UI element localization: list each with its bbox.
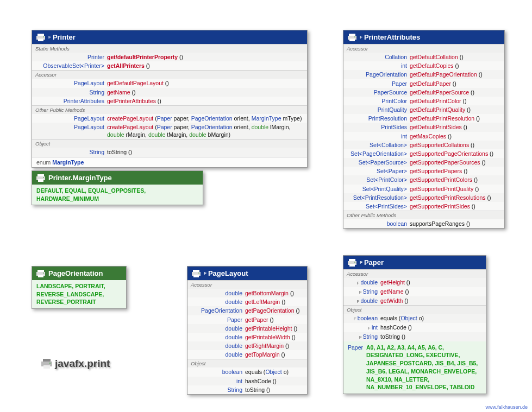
method-signature: getPrintableWidth (): [245, 333, 296, 341]
svg-point-11: [354, 36, 355, 37]
paper-header: F Paper: [343, 256, 486, 269]
return-type: PrintQuality: [347, 106, 410, 113]
printerattributes-header: F PrinterAttributes: [343, 30, 504, 44]
method-row: intgetMaxCopies (): [343, 132, 504, 141]
svg-rect-16: [193, 270, 199, 272]
return-type: PageLayout: [35, 115, 107, 122]
printer-icon: [36, 34, 45, 41]
method-signature: getDefaultPaper (): [410, 80, 456, 87]
margintype-header: Printer.MarginType: [32, 171, 203, 185]
method-signature: hashCode (): [380, 324, 412, 332]
return-type: PageOrientation: [347, 71, 410, 78]
section-label: Object: [32, 139, 307, 148]
method-signature: getDefaultCopies (): [410, 62, 459, 69]
method-row: doublegetTopMargin (): [187, 350, 307, 359]
method-row: intgetDefaultCopies (): [343, 61, 504, 70]
method-signature: getDefaultPaperSource (): [410, 88, 474, 96]
paper-constants-row: Paper A0, A1, A2, A3, A4, A5, A6, C, DES…: [343, 341, 486, 394]
svg-rect-20: [349, 259, 355, 261]
svg-rect-0: [37, 34, 44, 36]
svg-rect-4: [37, 174, 44, 176]
return-type: PrintColor: [347, 97, 410, 105]
section-label: Object: [343, 305, 486, 314]
method-signature: createPageLayout (Paper paper, PageOrien…: [107, 115, 302, 122]
section-label: Object: [187, 359, 307, 367]
package-label: javafx.print: [41, 358, 110, 370]
svg-rect-8: [349, 34, 355, 36]
section-label: Accessor: [187, 280, 307, 289]
return-type: FString: [347, 333, 380, 341]
svg-rect-24: [43, 359, 51, 362]
method-row: doublegetPrintableHeight (): [187, 324, 307, 333]
method-row: Set<PaperSource>getSupportedPaperSources…: [343, 158, 504, 167]
method-row: FStringgetName (): [343, 287, 486, 296]
svg-rect-10: [349, 39, 355, 41]
method-signature: getSupportedPrintQuality (): [410, 185, 479, 193]
return-type: double: [191, 289, 245, 297]
method-signature: getSupportedPapers (): [410, 167, 467, 175]
printer-icon: [41, 359, 52, 369]
pagelayout-body: AccessordoublegetBottomMargin ()doublege…: [187, 280, 307, 394]
method-row: PrintColorgetDefaultPrintColor (): [343, 97, 504, 105]
method-signature: getSupportedPrintResolutions (): [410, 194, 491, 201]
method-row: Set<PrintResolution>getSupportedPrintRes…: [343, 193, 504, 202]
method-signature: getDefaultPageOrientation (): [410, 71, 483, 78]
method-signature: getPrinterAttributes (): [107, 97, 161, 105]
section-label: Accessor: [343, 44, 504, 53]
svg-rect-6: [38, 179, 43, 182]
svg-rect-22: [349, 264, 355, 267]
return-type: ObservableSet<Printer>: [35, 62, 107, 69]
method-row: Set<Collation>getSupportedCollations (): [343, 141, 504, 149]
method-signature: getSupportedPageOrientations (): [410, 150, 493, 157]
method-row: PageOrientationgetPageOrientation (): [187, 306, 307, 315]
method-signature: toString (): [245, 386, 270, 394]
method-row: FStringtoString (): [343, 332, 486, 341]
pagelayout-header: F PageLayout: [187, 267, 307, 280]
method-row: Set<PrintQuality>getSupportedPrintQualit…: [343, 185, 504, 193]
method-row: Set<PrintSides>getSupportedPrintSides (): [343, 202, 504, 211]
pageorientation-header: PageOrientation: [32, 267, 126, 280]
method-row: PageLayoutcreatePageLayout (Paper paper,…: [32, 114, 307, 123]
method-signature: toString (): [107, 148, 132, 156]
method-signature: getSupportedPrintColors (): [410, 176, 478, 183]
method-row: doublegetBottomMargin (): [187, 289, 307, 297]
method-row: Printerget/defaultPrinterProperty (): [32, 53, 307, 61]
return-type: int: [191, 377, 245, 385]
method-signature: getSupportedPaperSources (): [410, 159, 486, 166]
return-type: PageOrientation: [191, 307, 245, 314]
printer-header: F Printer: [32, 30, 307, 44]
section-label: Accessor: [343, 269, 486, 278]
printerattributes-class-card: F PrinterAttributes AccessorCollationget…: [343, 30, 505, 229]
method-signature: getMaxCopies (): [410, 132, 452, 140]
return-type: Set<PrintColor>: [347, 176, 410, 183]
section-label: Static Methods: [32, 44, 307, 53]
return-type: Fdouble: [347, 278, 380, 287]
method-signature: getLeftMargin (): [245, 298, 285, 306]
return-type: PrintSides: [347, 123, 410, 131]
method-row: Fbooleanequals (Object o): [343, 314, 486, 323]
method-row: doublegetRightMargin (): [187, 341, 307, 350]
printer-class-card: F Printer Static MethodsPrinterget/defau…: [32, 30, 308, 168]
svg-rect-18: [193, 275, 199, 277]
credit-link[interactable]: www.falkhausen.de: [485, 404, 528, 410]
pagelayout-class-card: F PageLayout AccessordoublegetBottomMarg…: [187, 266, 308, 395]
return-type: boolean: [347, 220, 410, 227]
method-signature: getPaper (): [245, 316, 274, 324]
return-type: double: [191, 333, 245, 341]
method-row: PaperSourcegetDefaultPaperSource (): [343, 88, 504, 97]
method-row: StringtoString (): [187, 385, 307, 394]
svg-point-19: [198, 272, 199, 274]
method-row: PrinterAttributesgetPrinterAttributes (): [32, 97, 307, 105]
method-row: doublegetLeftMargin (): [187, 297, 307, 306]
method-signature: equals (Object o): [380, 314, 424, 322]
return-type: Set<PaperSource>: [347, 159, 410, 166]
section-label: Accessor: [32, 70, 307, 79]
method-signature: getPrintableHeight (): [245, 325, 297, 332]
return-type: Set<Paper>: [347, 167, 410, 175]
printer-icon: [192, 270, 201, 277]
return-type: Paper: [191, 316, 245, 324]
return-type: double: [191, 298, 245, 306]
method-row: PageOrientationgetDefaultPageOrientation…: [343, 70, 504, 79]
paper-body: AccessorFdoublegetHeight ()FStringgetNam…: [343, 269, 486, 341]
method-signature: getDefaultCollation (): [410, 53, 464, 61]
